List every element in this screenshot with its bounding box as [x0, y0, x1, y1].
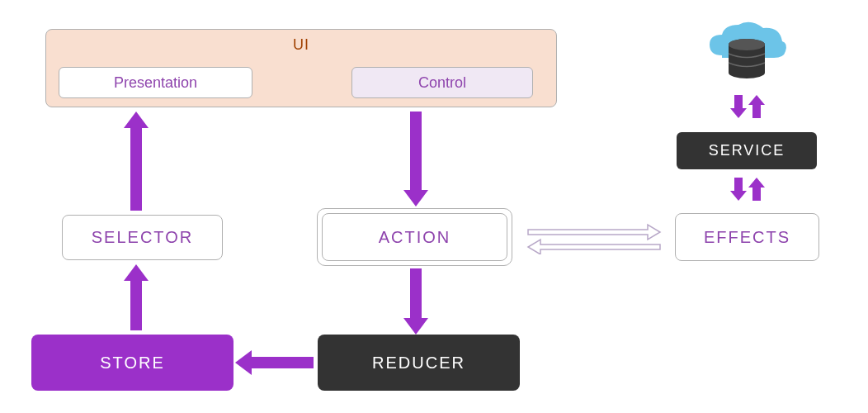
effects-box: EFFECTS: [675, 213, 819, 261]
arrow-cloud-service-bidirectional: [728, 95, 769, 128]
arrow-store-to-selector: [130, 281, 142, 330]
control-box: Control: [351, 67, 533, 98]
store-box: STORE: [31, 335, 234, 391]
presentation-box: Presentation: [59, 67, 252, 98]
arrow-reducer-to-store: [252, 357, 314, 368]
ui-label: UI: [293, 36, 309, 54]
svg-point-3: [729, 39, 765, 50]
arrow-action-effects-bidirectional: [524, 221, 664, 254]
cloud-database-icon: [701, 18, 792, 84]
selector-box: SELECTOR: [62, 215, 223, 260]
arrow-action-to-reducer: [410, 268, 422, 318]
reducer-box: REDUCER: [318, 335, 520, 391]
action-box: ACTION: [322, 213, 507, 261]
ui-container: UI Presentation Control: [45, 29, 557, 107]
service-box: SERVICE: [677, 132, 817, 169]
svg-point-2: [729, 67, 765, 78]
arrow-control-to-action: [410, 112, 422, 190]
arrow-service-effects-bidirectional: [728, 178, 769, 211]
arrow-selector-to-presentation: [130, 128, 142, 211]
